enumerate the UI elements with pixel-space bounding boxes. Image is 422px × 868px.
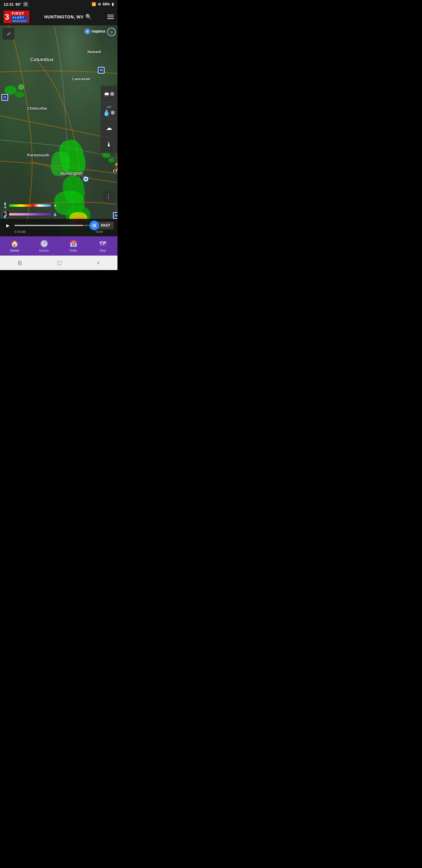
mapbox-label: mapbox xyxy=(92,29,105,33)
play-button[interactable]: ▶ xyxy=(4,221,12,230)
battery-display: 69% xyxy=(103,2,110,6)
location-dot xyxy=(84,177,88,181)
time-labels: 9:35 AM NOW xyxy=(4,230,114,234)
expand-button[interactable]: ⤢ xyxy=(2,28,14,40)
menu-button[interactable] xyxy=(107,15,114,19)
legend-rain-gradient xyxy=(9,204,51,207)
legend-rain-right-icon: ❄ xyxy=(53,204,58,208)
timeline-track[interactable] xyxy=(14,225,95,226)
mapbox-logo: ◎ xyxy=(84,28,90,34)
hourly-icon: 🕐 xyxy=(40,240,48,248)
location-text: HUNTINGTON, WV xyxy=(44,14,84,19)
rain-snow-icon: 🌧❄ xyxy=(104,90,115,98)
logo-weather: WEATHER xyxy=(11,19,27,23)
more-button[interactable]: ⋮ xyxy=(102,190,115,203)
legend-bar: 💧❄ ❄ ❄💧 💧 xyxy=(2,202,58,218)
time-display: 12:31 xyxy=(4,2,13,7)
timeline-controls: ▶ PAST xyxy=(4,221,114,230)
search-icon[interactable]: 🔍 xyxy=(85,13,92,20)
24h-icon: 💧❄ xyxy=(103,109,116,116)
nav-daily[interactable]: 📅 Daily xyxy=(59,236,88,255)
logo-first: FIRST xyxy=(11,11,27,16)
wifi-icon: 📶 xyxy=(92,2,96,6)
legend-rain-row: 💧❄ ❄ xyxy=(2,202,58,210)
status-bar: 12:31 85° ✕ 📶 ⊖ 69% ▮ xyxy=(0,0,118,8)
map-right-panel: 🌧❄ 24h 💧❄ ☁ 🌡 xyxy=(101,86,118,153)
logo-alert: ALERT xyxy=(11,16,27,19)
thumb-lines xyxy=(93,224,96,227)
shield-71: 71 xyxy=(1,94,8,101)
play-icon: ▶ xyxy=(6,223,10,228)
alarm-icon: ⊖ xyxy=(98,2,101,6)
cloud-icon: ☁ xyxy=(106,124,112,131)
daily-icon: 📅 xyxy=(69,240,77,248)
mapbox-badge: ◎ mapbox xyxy=(84,28,105,34)
radar-green-1 xyxy=(4,86,17,95)
shield-81: 81 xyxy=(113,212,118,219)
map-icon: 🗺 xyxy=(99,240,106,248)
radar-green-main2 xyxy=(50,151,70,177)
app-logo: 3 FIRST ALERT WEATHER xyxy=(4,10,29,23)
radar-right2 xyxy=(108,158,115,162)
location-icon: ◎ xyxy=(110,30,113,34)
nav-hourly[interactable]: 🕐 Hourly xyxy=(30,236,59,255)
legend-snow-right-icon: 💧 xyxy=(53,213,58,216)
now-label: NOW xyxy=(96,230,103,234)
timeline-thumb[interactable] xyxy=(90,221,99,230)
nav-hourly-label: Hourly xyxy=(39,249,49,252)
home-button[interactable]: □ xyxy=(58,259,61,267)
shield-70: 70 xyxy=(98,67,104,73)
bottom-nav: 🏠 Home 🕐 Hourly 📅 Daily 🗺 Map xyxy=(0,236,118,255)
legend-rain-left-icon: 💧❄ xyxy=(2,202,8,210)
nav-home-label: Home xyxy=(10,249,19,252)
panel-temp[interactable]: 🌡 xyxy=(101,136,118,153)
nav-daily-label: Daily xyxy=(70,249,77,252)
logo-number: 3 xyxy=(4,10,11,23)
panel-rain-snow[interactable]: 🌧❄ xyxy=(101,86,118,102)
nav-home[interactable]: 🏠 Home xyxy=(0,236,30,255)
nav-map-label: Map xyxy=(100,249,106,252)
panel-24h-label: 24h xyxy=(107,105,111,108)
temperature-display: 85° xyxy=(15,2,21,7)
close-icon[interactable]: ✕ xyxy=(23,2,28,7)
status-left: 12:31 85° ✕ xyxy=(4,2,28,7)
back-button[interactable]: ‹ xyxy=(97,259,99,267)
timeline-progress xyxy=(14,225,83,226)
top-bar: 3 FIRST ALERT WEATHER HUNTINGTON, WV 🔍 xyxy=(0,8,118,25)
location-button[interactable]: ◎ xyxy=(107,28,116,36)
nav-map[interactable]: 🗺 Map xyxy=(88,236,118,255)
radar-green-2 xyxy=(15,92,24,98)
panel-24h-snow[interactable]: 24h 💧❄ xyxy=(101,102,118,119)
home-icon: 🏠 xyxy=(10,240,19,248)
thermometer-icon: 🌡 xyxy=(106,141,112,148)
system-nav: ||| □ ‹ xyxy=(0,255,118,270)
start-time-label: 9:35 AM xyxy=(14,230,26,234)
battery-icon: ▮ xyxy=(112,2,114,6)
radar-green-3 xyxy=(18,84,24,90)
recent-apps-button[interactable]: ||| xyxy=(18,260,22,266)
expand-icon: ⤢ xyxy=(7,31,10,37)
timeline-bar: ▶ PAST 9:35 AM NOW xyxy=(0,219,118,236)
legend-snow-row: ❄💧 💧 xyxy=(2,210,58,218)
legend-snow-gradient xyxy=(9,213,51,216)
panel-cloud[interactable]: ☁ xyxy=(101,119,118,136)
map-container[interactable]: Columbus Newark Lancaster Chillicothe Pa… xyxy=(0,25,118,236)
status-right: 📶 ⊖ 69% ▮ xyxy=(92,2,114,6)
legend-snow-left-icon: ❄💧 xyxy=(2,210,8,218)
location-display[interactable]: HUNTINGTON, WV 🔍 xyxy=(44,13,92,20)
more-icon: ⋮ xyxy=(106,193,111,200)
past-button[interactable]: PAST xyxy=(97,221,114,229)
